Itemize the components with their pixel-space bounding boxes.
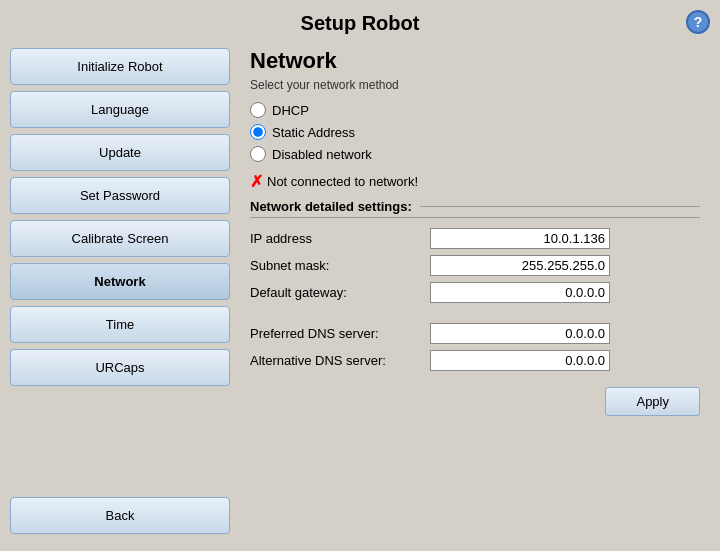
radio-disabled-label: Disabled network [272,147,372,162]
subnet-mask-input[interactable] [430,255,610,276]
content-subtitle: Select your network method [250,78,700,92]
field-alternative-dns: Alternative DNS server: [250,350,700,371]
section-header: Network detailed settings: [250,199,700,218]
ip-address-input[interactable] [430,228,610,249]
default-gateway-label: Default gateway: [250,285,430,300]
subnet-mask-label: Subnet mask: [250,258,430,273]
sidebar-item-set-password[interactable]: Set Password [10,177,230,214]
sidebar-item-language[interactable]: Language [10,91,230,128]
title-bar: Setup Robot ? [0,0,720,43]
field-preferred-dns: Preferred DNS server: [250,323,700,344]
section-divider [420,206,700,207]
section-header-label: Network detailed settings: [250,199,412,214]
radio-group: DHCP Static Address Disabled network [250,102,700,162]
help-button[interactable]: ? [686,10,710,34]
content-title: Network [250,48,700,74]
preferred-dns-label: Preferred DNS server: [250,326,430,341]
sidebar-item-time[interactable]: Time [10,306,230,343]
field-default-gateway: Default gateway: [250,282,700,303]
radio-static[interactable]: Static Address [250,124,700,140]
sidebar-item-initialize-robot[interactable]: Initialize Robot [10,48,230,85]
not-connected-icon: ✗ [250,172,263,191]
not-connected-text: Not connected to network! [267,174,418,189]
back-button[interactable]: Back [10,497,230,534]
sidebar-item-calibrate-screen[interactable]: Calibrate Screen [10,220,230,257]
status-row: ✗ Not connected to network! [250,172,700,191]
radio-dhcp-label: DHCP [272,103,309,118]
radio-dhcp-input[interactable] [250,102,266,118]
apply-row: Apply [250,387,700,416]
field-ip-address: IP address [250,228,700,249]
alternative-dns-label: Alternative DNS server: [250,353,430,368]
radio-disabled-input[interactable] [250,146,266,162]
sidebar: Initialize Robot Language Update Set Pas… [10,43,230,534]
radio-disabled[interactable]: Disabled network [250,146,700,162]
alternative-dns-input[interactable] [430,350,610,371]
field-subnet-mask: Subnet mask: [250,255,700,276]
sidebar-item-urcaps[interactable]: URCaps [10,349,230,386]
apply-button[interactable]: Apply [605,387,700,416]
main-content: Initialize Robot Language Update Set Pas… [0,43,720,544]
radio-static-input[interactable] [250,124,266,140]
default-gateway-input[interactable] [430,282,610,303]
content-area: Network Select your network method DHCP … [240,43,710,534]
sidebar-bottom-spacer: Back [10,392,230,534]
sidebar-item-network[interactable]: Network [10,263,230,300]
sidebar-item-update[interactable]: Update [10,134,230,171]
page-title: Setup Robot [0,12,720,35]
radio-static-label: Static Address [272,125,355,140]
preferred-dns-input[interactable] [430,323,610,344]
dns-spacer [250,309,700,323]
radio-dhcp[interactable]: DHCP [250,102,700,118]
ip-address-label: IP address [250,231,430,246]
